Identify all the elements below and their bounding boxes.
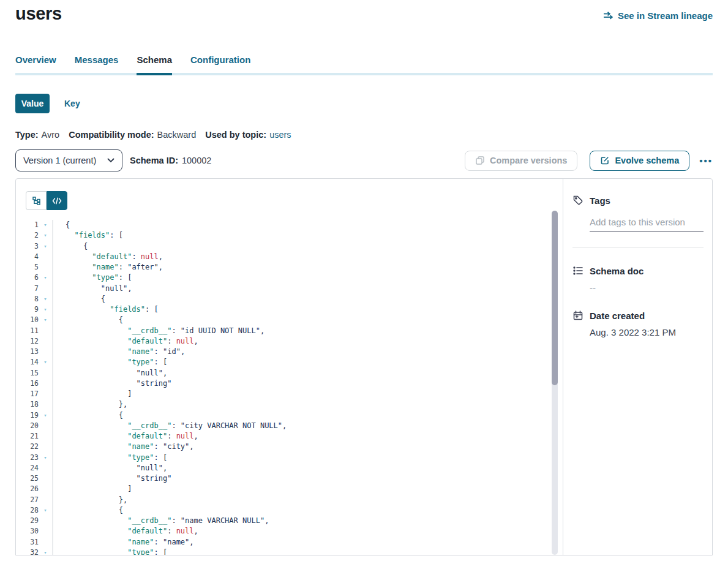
compatibility-label: Compatibility mode: [69, 130, 154, 140]
schema-code-editor[interactable]: 1▾{2▾ "fields": [3▾ {4 "default": null,5… [16, 220, 563, 555]
line-number: 19 [16, 410, 39, 421]
fold-toggle-icon[interactable]: ▾ [39, 357, 52, 367]
line-number: 8 [16, 294, 39, 304]
code-scrollbar-track[interactable] [552, 211, 558, 555]
fold-toggle-icon [39, 463, 52, 473]
line-number: 6 [16, 273, 39, 283]
line-number: 27 [16, 495, 39, 505]
code-text: "null", [52, 463, 167, 473]
compare-versions-button[interactable]: Compare versions [465, 151, 578, 171]
tab-schema[interactable]: Schema [137, 55, 172, 75]
more-options-button[interactable]: ••• [699, 156, 713, 166]
line-number: 7 [16, 284, 39, 294]
chevron-down-icon [107, 157, 114, 164]
version-select-value: Version 1 (current) [23, 156, 96, 165]
fold-toggle-icon [39, 347, 52, 357]
tab-overview[interactable]: Overview [15, 55, 56, 73]
line-number: 9 [16, 304, 39, 315]
schema-id: Schema ID: 100002 [130, 156, 211, 165]
line-number: 1 [16, 220, 39, 230]
fold-toggle-icon [39, 252, 52, 262]
used-by-topic: Used by topic: users [205, 130, 291, 140]
schema-id-value: 100002 [182, 156, 211, 165]
code-line: 22 "name": "city", [16, 442, 563, 452]
fold-toggle-icon [39, 484, 52, 494]
fold-toggle-icon[interactable]: ▾ [39, 505, 52, 516]
tags-title: Tags [590, 195, 610, 206]
code-text: "type": [ [52, 548, 167, 555]
line-number: 12 [16, 336, 39, 347]
code-line: 3▾ { [16, 241, 563, 252]
line-number: 25 [16, 473, 39, 484]
fold-toggle-icon [39, 368, 52, 378]
fold-toggle-icon [39, 399, 52, 410]
fold-toggle-icon [39, 336, 52, 347]
topic-label: Used by topic: [205, 130, 266, 140]
code-line: 1▾{ [16, 220, 563, 230]
value-toggle-button[interactable]: Value [15, 94, 50, 113]
tags-input[interactable] [590, 217, 704, 232]
fold-toggle-icon[interactable]: ▾ [39, 241, 52, 252]
tab-configuration[interactable]: Configuration [190, 55, 250, 73]
code-line: 7 "null", [16, 284, 563, 294]
line-number: 3 [16, 241, 39, 252]
evolve-schema-button[interactable]: Evolve schema [590, 151, 689, 171]
line-number: 32 [16, 548, 39, 555]
date-created-header: Date created [572, 310, 704, 321]
type-label: Type: [15, 130, 39, 140]
code-line: 32▾ "type": [ [16, 548, 563, 555]
version-select[interactable]: Version 1 (current) [15, 149, 122, 171]
fold-toggle-icon [39, 526, 52, 537]
fold-toggle-icon[interactable]: ▾ [39, 304, 52, 315]
code-text: "default": null, [52, 336, 198, 347]
code-view-button[interactable] [47, 191, 67, 210]
code-text: "__crdb__": "city VARCHAR NOT NULL", [52, 421, 287, 431]
code-line: 30 "default": null, [16, 526, 563, 537]
line-number: 5 [16, 262, 39, 273]
line-number: 26 [16, 484, 39, 494]
code-scrollbar-thumb[interactable] [552, 211, 558, 385]
code-line: 10▾ { [16, 315, 563, 325]
code-text: "fields": [ [52, 230, 123, 241]
fold-toggle-icon[interactable]: ▾ [39, 548, 52, 555]
code-text: "__crdb__": "name VARCHAR NULL", [52, 516, 269, 526]
fold-toggle-icon [39, 537, 52, 548]
tree-view-button[interactable] [26, 191, 47, 210]
code-text: "default": null, [52, 431, 198, 442]
list-icon [572, 265, 584, 276]
line-number: 23 [16, 453, 39, 463]
fold-toggle-icon[interactable]: ▾ [39, 410, 52, 421]
code-text: { [52, 294, 105, 304]
see-in-stream-lineage-link[interactable]: See in Stream lineage [602, 10, 713, 21]
code-line: 6▾ "type": [ [16, 273, 563, 283]
code-line: 14▾ "type": [ [16, 357, 563, 367]
line-number: 16 [16, 378, 39, 389]
key-toggle-button[interactable]: Key [64, 99, 80, 108]
fold-toggle-icon[interactable]: ▾ [39, 453, 52, 463]
code-text: { [52, 505, 123, 516]
fold-toggle-icon [39, 495, 52, 505]
topic-link[interactable]: users [269, 130, 291, 140]
fold-toggle-icon[interactable]: ▾ [39, 294, 52, 304]
fold-toggle-icon[interactable]: ▾ [39, 230, 52, 241]
fold-toggle-icon[interactable]: ▾ [39, 315, 52, 325]
code-line: 20 "__crdb__": "city VARCHAR NOT NULL", [16, 421, 563, 431]
line-number: 15 [16, 368, 39, 378]
fold-toggle-icon[interactable]: ▾ [39, 273, 52, 283]
calendar-icon [572, 310, 584, 321]
evolve-schema-label: Evolve schema [615, 156, 679, 165]
page-header: users See in Stream lineage [15, 4, 713, 24]
line-number: 14 [16, 357, 39, 367]
schema-code-pane: 1▾{2▾ "fields": [3▾ {4 "default": null,5… [16, 179, 563, 555]
fold-toggle-icon [39, 431, 52, 442]
code-text: "default": null, [52, 252, 163, 262]
fold-toggle-icon[interactable]: ▾ [39, 220, 52, 230]
code-text: "null", [52, 284, 132, 294]
code-line: 11 "__crdb__": "id UUID NOT NULL", [16, 326, 563, 336]
code-text: "name": "name", [52, 537, 194, 548]
code-line: 31 "name": "name", [16, 537, 563, 548]
code-text: "type": [ [52, 357, 167, 367]
code-line: 27 }, [16, 495, 563, 505]
tab-messages[interactable]: Messages [75, 55, 119, 73]
line-number: 29 [16, 516, 39, 526]
